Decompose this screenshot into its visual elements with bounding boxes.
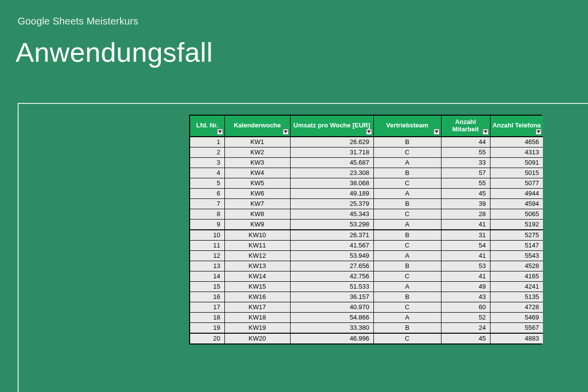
filter-dropdown-icon[interactable] bbox=[283, 129, 289, 135]
table-cell[interactable]: 25.379 bbox=[290, 198, 373, 209]
table-cell[interactable]: 8 bbox=[190, 209, 224, 219]
table-cell[interactable]: 16 bbox=[190, 292, 224, 302]
table-cell[interactable]: 33.380 bbox=[290, 322, 373, 333]
table-cell[interactable]: KW15 bbox=[224, 281, 290, 292]
table-cell[interactable]: 5275 bbox=[490, 230, 543, 241]
table-cell[interactable]: KW20 bbox=[224, 333, 290, 343]
column-header[interactable]: Kalenderwoche bbox=[224, 116, 290, 137]
table-cell[interactable]: 26.629 bbox=[290, 137, 373, 147]
table-cell[interactable]: 27.656 bbox=[290, 261, 373, 271]
filter-dropdown-icon[interactable] bbox=[536, 129, 541, 135]
filter-dropdown-icon[interactable] bbox=[217, 129, 223, 135]
table-cell[interactable]: 5091 bbox=[490, 157, 543, 168]
table-cell[interactable]: 40.970 bbox=[290, 302, 373, 312]
table-cell[interactable]: 57 bbox=[441, 168, 490, 178]
table-cell[interactable]: 5077 bbox=[490, 178, 543, 188]
table-cell[interactable]: 15 bbox=[190, 281, 224, 292]
table-cell[interactable]: 45 bbox=[441, 333, 490, 343]
table-cell[interactable]: 44 bbox=[441, 137, 490, 147]
table-cell[interactable]: KW9 bbox=[224, 219, 290, 230]
table-cell[interactable]: 31 bbox=[441, 230, 490, 241]
table-cell[interactable]: 5 bbox=[190, 178, 224, 188]
table-cell[interactable]: 45.343 bbox=[290, 209, 373, 219]
table-cell[interactable]: 5469 bbox=[490, 312, 543, 322]
table-cell[interactable]: 38.068 bbox=[290, 178, 373, 188]
table-cell[interactable]: C bbox=[373, 178, 441, 188]
table-cell[interactable]: 7 bbox=[190, 198, 224, 209]
table-cell[interactable]: KW8 bbox=[224, 209, 290, 219]
table-cell[interactable]: 53.298 bbox=[290, 219, 373, 230]
table-cell[interactable]: 18 bbox=[190, 312, 224, 322]
table-cell[interactable]: B bbox=[373, 261, 441, 271]
table-cell[interactable]: C bbox=[373, 209, 441, 219]
table-cell[interactable]: 51.533 bbox=[290, 281, 373, 292]
table-cell[interactable]: 43 bbox=[441, 292, 490, 302]
table-cell[interactable]: 5147 bbox=[490, 240, 543, 250]
table-cell[interactable]: KW4 bbox=[224, 168, 290, 178]
column-header[interactable]: Umsatz pro Woche [EUR] bbox=[290, 116, 373, 137]
table-cell[interactable]: C bbox=[373, 271, 441, 281]
table-cell[interactable]: C bbox=[373, 147, 441, 157]
table-cell[interactable]: A bbox=[373, 188, 441, 198]
table-cell[interactable]: B bbox=[373, 137, 441, 147]
table-cell[interactable]: 49.189 bbox=[290, 188, 373, 198]
table-cell[interactable]: 26.371 bbox=[290, 230, 373, 241]
table-cell[interactable]: 41.567 bbox=[290, 240, 373, 250]
table-cell[interactable]: 53.949 bbox=[290, 250, 373, 261]
table-cell[interactable]: 17 bbox=[190, 302, 224, 312]
table-cell[interactable]: 45.687 bbox=[290, 157, 373, 168]
table-cell[interactable]: A bbox=[373, 250, 441, 261]
table-cell[interactable]: 60 bbox=[441, 302, 490, 312]
table-cell[interactable]: B bbox=[373, 322, 441, 333]
table-cell[interactable]: B bbox=[373, 292, 441, 302]
column-header[interactable]: Anzahl Telefona bbox=[490, 116, 543, 137]
table-cell[interactable]: 31.718 bbox=[290, 147, 373, 157]
table-cell[interactable]: 19 bbox=[190, 322, 224, 333]
table-cell[interactable]: KW13 bbox=[224, 261, 290, 271]
table-cell[interactable]: 4528 bbox=[490, 261, 543, 271]
column-header[interactable]: Anzahl Mitarbeit bbox=[441, 116, 490, 137]
table-cell[interactable]: 4241 bbox=[490, 281, 543, 292]
table-cell[interactable]: 46.996 bbox=[290, 333, 373, 343]
table-cell[interactable]: KW10 bbox=[224, 230, 290, 241]
table-cell[interactable]: 5192 bbox=[490, 219, 543, 230]
table-cell[interactable]: 4883 bbox=[490, 333, 543, 343]
table-cell[interactable]: 4594 bbox=[490, 198, 543, 209]
table-cell[interactable]: 6 bbox=[190, 188, 224, 198]
table-cell[interactable]: 49 bbox=[441, 281, 490, 292]
table-cell[interactable]: 23.308 bbox=[290, 168, 373, 178]
table-cell[interactable]: KW3 bbox=[224, 157, 290, 168]
table-cell[interactable]: 55 bbox=[441, 147, 490, 157]
table-cell[interactable]: 4313 bbox=[490, 147, 543, 157]
table-cell[interactable]: C bbox=[373, 302, 441, 312]
table-cell[interactable]: 36.157 bbox=[290, 292, 373, 302]
table-cell[interactable]: KW11 bbox=[224, 240, 290, 250]
table-cell[interactable]: KW14 bbox=[224, 271, 290, 281]
table-cell[interactable]: 33 bbox=[441, 157, 490, 168]
filter-dropdown-icon[interactable] bbox=[483, 129, 489, 135]
table-cell[interactable]: 9 bbox=[190, 219, 224, 230]
table-cell[interactable]: KW5 bbox=[224, 178, 290, 188]
table-cell[interactable]: A bbox=[373, 157, 441, 168]
table-cell[interactable]: 4165 bbox=[490, 271, 543, 281]
column-header[interactable]: Vertriebsteam bbox=[373, 116, 441, 137]
table-cell[interactable]: 4 bbox=[190, 168, 224, 178]
filter-dropdown-icon[interactable] bbox=[434, 129, 440, 135]
table-cell[interactable]: 3 bbox=[190, 157, 224, 168]
table-cell[interactable]: 54.866 bbox=[290, 312, 373, 322]
table-cell[interactable]: 4656 bbox=[490, 137, 543, 147]
table-cell[interactable]: KW6 bbox=[224, 188, 290, 198]
table-cell[interactable]: 41 bbox=[441, 250, 490, 261]
table-cell[interactable]: C bbox=[373, 333, 441, 343]
table-cell[interactable]: KW7 bbox=[224, 198, 290, 209]
table-cell[interactable]: 20 bbox=[190, 333, 224, 343]
table-cell[interactable]: 28 bbox=[441, 209, 490, 219]
table-cell[interactable]: 5135 bbox=[490, 292, 543, 302]
table-cell[interactable]: 11 bbox=[190, 240, 224, 250]
filter-dropdown-icon[interactable] bbox=[366, 129, 372, 135]
table-cell[interactable]: KW17 bbox=[224, 302, 290, 312]
table-cell[interactable]: B bbox=[373, 230, 441, 241]
table-cell[interactable]: 53 bbox=[441, 261, 490, 271]
table-cell[interactable]: KW2 bbox=[224, 147, 290, 157]
table-cell[interactable]: 41 bbox=[441, 219, 490, 230]
